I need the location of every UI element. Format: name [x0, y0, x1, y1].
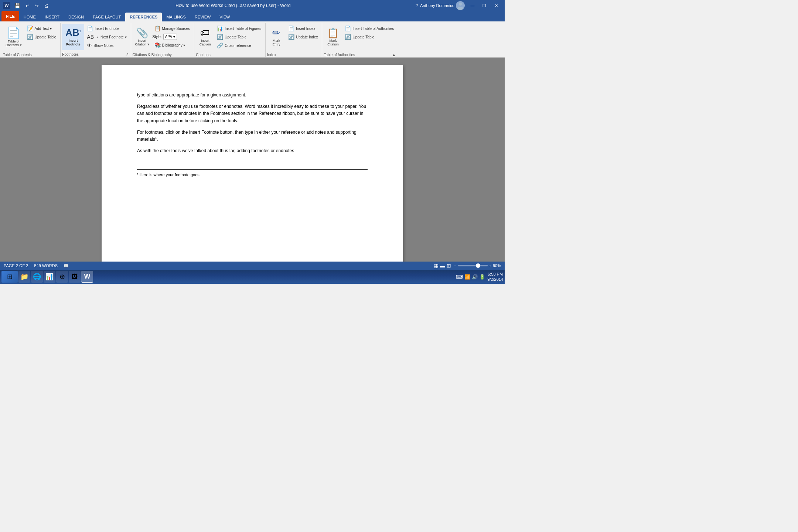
restore-btn[interactable]: ❐ [479, 2, 490, 9]
tab-references[interactable]: REFERENCES [125, 13, 162, 21]
group-citations: 📎 InsertCitation ▾ 📋 Manage Sources Styl… [131, 23, 195, 57]
footnotes-expand-btn[interactable]: ↗ [125, 52, 129, 57]
word-count: 549 WORDS [34, 263, 58, 268]
volume-icon[interactable]: 🔊 [472, 274, 478, 280]
start-icon: ⊞ [7, 273, 13, 281]
insert-endnote-button[interactable]: 📄 Insert Endnote [85, 24, 128, 33]
taskbar: ⊞ 📁 🌐 📊 ⊕ 🖼 W ⌨ 📶 🔊 🔋 6:58 PM 9/2/2014 [0, 270, 505, 284]
toc-icon: 📄 [7, 27, 20, 38]
clock-time: 6:58 PM [487, 272, 503, 277]
view-icons: ▦ ▬ ⊞ [434, 263, 451, 269]
tab-file[interactable]: FILE [1, 11, 19, 21]
insert-footnote-icon: AB1 [65, 28, 81, 37]
bibliography-button[interactable]: 📚 Bibliography ▾ [153, 41, 192, 49]
footnotes-content: AB1 InsertFootnote 📄 Insert Endnote AB→ … [62, 23, 128, 52]
photos-icon: 🖼 [71, 273, 78, 281]
update-table-cap-button[interactable]: 🔄 Update Table [215, 33, 263, 41]
show-notes-icon: 👁 [87, 42, 92, 48]
footnote-content: ¹ Here is where your footnote goes. [137, 172, 201, 178]
page-count: PAGE 2 OF 2 [4, 263, 28, 268]
window-controls: — ❐ ✕ [467, 2, 502, 9]
tab-design[interactable]: DESIGN [64, 13, 88, 21]
add-text-button[interactable]: 📝 Add Text ▾ [25, 24, 58, 33]
proofing-icon[interactable]: 📖 [64, 263, 69, 268]
start-button[interactable]: ⊞ [1, 271, 18, 283]
update-index-button[interactable]: 🔄 Update Index [286, 33, 320, 41]
insert-index-icon: 📄 [288, 25, 294, 31]
update-table-toc-label: Update Table [35, 35, 57, 39]
battery-icon[interactable]: 🔋 [479, 274, 485, 280]
read-mode-icon[interactable]: ▬ [440, 263, 445, 269]
captions-group-footer: Captions [196, 53, 263, 57]
ribbon-collapse-btn[interactable]: ▲ [392, 52, 396, 57]
print-btn[interactable]: 🖨 [42, 2, 51, 9]
close-btn[interactable]: ✕ [491, 2, 502, 9]
tab-page-layout[interactable]: PAGE LAYOUT [88, 13, 125, 21]
tab-view[interactable]: VIEW [215, 13, 234, 21]
update-table-toc-button[interactable]: 🔄 Update Table [25, 33, 58, 41]
redo-btn[interactable]: ↪ [33, 2, 41, 9]
zoom-slider[interactable] [458, 265, 488, 266]
save-btn[interactable]: 💾 [13, 2, 22, 9]
system-clock[interactable]: 6:58 PM 9/2/2014 [487, 272, 503, 282]
tab-mailings[interactable]: MAILINGS [162, 13, 190, 21]
table-of-contents-button[interactable]: 📄 Table ofContents ▾ [3, 24, 24, 50]
insert-table-auth-button[interactable]: 📄 Insert Table of Authorities [343, 24, 396, 33]
web-layout-icon[interactable]: ⊞ [447, 263, 451, 269]
index-group-label: Index [267, 53, 276, 57]
insert-footnote-button[interactable]: AB1 InsertFootnote [62, 24, 84, 50]
style-dropdown[interactable]: APA ▾ [163, 34, 177, 40]
cross-ref-icon: 🔗 [217, 42, 223, 48]
next-footnote-icon: AB→ [87, 34, 99, 40]
tab-insert[interactable]: INSERT [40, 13, 64, 21]
help-btn[interactable]: ? [416, 3, 418, 8]
taskbar-photos[interactable]: 🖼 [69, 271, 81, 283]
insert-table-figures-button[interactable]: 📊 Insert Table of Figures [215, 24, 263, 33]
cross-reference-button[interactable]: 🔗 Cross-reference [215, 41, 263, 50]
username: Anthony Domanico [420, 3, 454, 8]
zoom-thumb [476, 263, 480, 268]
next-footnote-button[interactable]: AB→ Next Footnote ▾ [85, 33, 128, 41]
tab-home[interactable]: HOME [19, 13, 40, 21]
title-bar: W 💾 ↩ ↪ 🖨 How to use Word Works Cited (L… [0, 0, 505, 11]
next-footnote-label: Next Footnote ▾ [100, 35, 127, 39]
status-bar: PAGE 2 OF 2 549 WORDS 📖 ▦ ▬ ⊞ − + 90% [0, 262, 505, 270]
manage-sources-button[interactable]: 📋 Manage Sources [153, 24, 192, 33]
network-icon[interactable]: 📶 [464, 274, 470, 280]
tab-review[interactable]: REVIEW [190, 13, 215, 21]
insert-caption-button[interactable]: 🏷 InsertCaption [196, 24, 214, 50]
mark-entry-button[interactable]: ✏ MarkEntry [267, 24, 286, 50]
zoom-minus[interactable]: − [454, 263, 456, 268]
taskbar-excel[interactable]: 📊 [44, 271, 55, 283]
show-notes-button[interactable]: 👁 Show Notes [85, 41, 128, 50]
ie-icon: 🌐 [33, 273, 41, 281]
print-layout-icon[interactable]: ▦ [434, 263, 439, 269]
update-table-auth-button[interactable]: 🔄 Update Table [343, 33, 396, 41]
ribbon-tabs: FILE HOME INSERT DESIGN PAGE LAYOUT REFE… [0, 11, 505, 21]
taskbar-word[interactable]: W [81, 271, 93, 283]
update-toc-icon: 🔄 [27, 34, 33, 40]
cross-reference-label: Cross-reference [225, 44, 251, 48]
mark-citation-label: MarkCitation [327, 39, 339, 46]
keyboard-icon[interactable]: ⌨ [456, 274, 463, 280]
mark-citation-button[interactable]: 📋 MarkCitation [324, 24, 342, 50]
insert-auth-icon: 📄 [345, 25, 351, 31]
para-4: As with the other tools we've talked abo… [137, 147, 368, 154]
quick-access-toolbar: 💾 ↩ ↪ 🖨 [13, 2, 51, 9]
undo-btn[interactable]: ↩ [24, 2, 31, 9]
minimize-btn[interactable]: — [467, 2, 478, 9]
footnote-text: ¹ Here is where your footnote goes. [137, 172, 368, 178]
group-table-of-contents: 📄 Table ofContents ▾ 📝 Add Text ▾ 🔄 Upda… [1, 23, 61, 57]
index-small: 📄 Insert Index 🔄 Update Index [286, 24, 320, 41]
insert-citation-button[interactable]: 📎 InsertCitation ▾ [133, 24, 152, 50]
zoom-plus[interactable]: + [489, 263, 491, 268]
index-group-footer: Index [267, 53, 320, 57]
taskbar-file-explorer[interactable]: 📁 [18, 271, 30, 283]
insert-index-button[interactable]: 📄 Insert Index [286, 24, 320, 33]
style-chevron: ▾ [173, 35, 175, 39]
taskbar-ie[interactable]: 🌐 [31, 271, 43, 283]
toc-label: Table ofContents ▾ [6, 40, 22, 47]
document-scroll[interactable]: type of citations are appropriate for a … [0, 58, 505, 262]
taskbar-chrome[interactable]: ⊕ [56, 271, 68, 283]
para-3: For footnotes, click on the Insert Footn… [137, 129, 368, 143]
